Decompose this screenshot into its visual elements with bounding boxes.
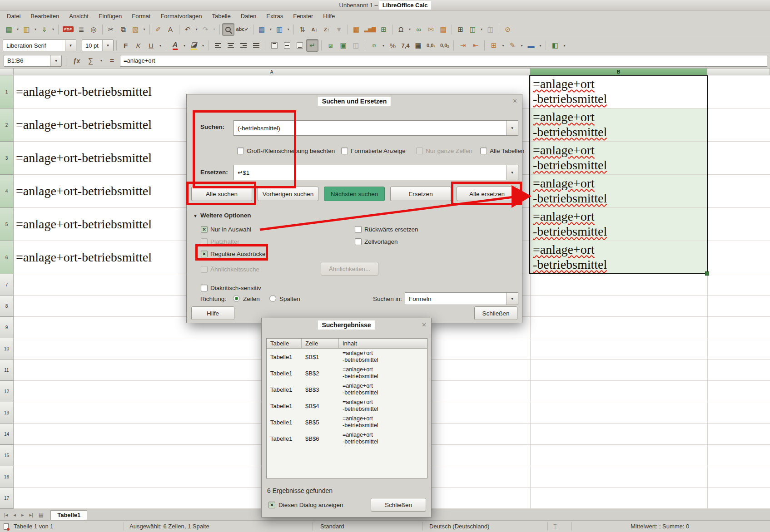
name-box[interactable]: B1:B6 ▾	[4, 55, 62, 67]
result-cell-ref[interactable]: $B$4	[302, 398, 339, 414]
menu-daten[interactable]: Daten	[236, 12, 262, 20]
align-right-icon[interactable]	[237, 39, 249, 52]
more-options-label[interactable]: Weitere Optionen	[200, 212, 251, 219]
result-cell-ref[interactable]: $B$1	[302, 349, 339, 365]
header-footer-icon[interactable]: ▤	[437, 23, 449, 36]
border-color-icon[interactable]: ▬	[525, 39, 537, 52]
find-replace-icon[interactable]	[222, 23, 234, 36]
insert-comment-icon[interactable]: ✉	[425, 23, 437, 36]
chevron-down-icon[interactable]: ▾	[479, 23, 484, 36]
center-vertically-icon[interactable]	[281, 39, 293, 52]
formula-input[interactable]: =anlage+ort	[120, 55, 767, 67]
result-cell-table[interactable]: Tabelle1	[267, 365, 302, 381]
close-icon[interactable]: ✕	[512, 98, 517, 104]
result-cell-table[interactable]: Tabelle1	[267, 381, 302, 398]
cell-B4[interactable]: =anlage+ort -betriebsmittel	[530, 175, 707, 207]
increase-indent-icon[interactable]: ⇥	[457, 39, 469, 52]
first-sheet-icon[interactable]: |◂	[2, 512, 10, 518]
copy-icon[interactable]: ⧉	[117, 23, 129, 36]
chevron-down-icon[interactable]: ▾	[182, 39, 187, 52]
chevron-down-icon[interactable]: ▾	[500, 39, 506, 52]
menu-fenster[interactable]: Fenster	[288, 12, 318, 20]
currency-format-icon[interactable]: ¤	[368, 39, 380, 52]
search-in-dropdown[interactable]: Formeln ▾	[405, 292, 518, 305]
last-sheet-icon[interactable]: ▸|	[27, 512, 35, 518]
print-icon[interactable]: ≣	[75, 23, 88, 36]
align-top-icon[interactable]	[268, 39, 280, 52]
highlight-color-icon[interactable]: ◪	[188, 39, 200, 52]
chevron-down-icon[interactable]: ▾	[537, 39, 543, 52]
result-cell-table[interactable]: Tabelle1	[267, 430, 302, 447]
expander-icon[interactable]: ▼	[193, 213, 198, 218]
find-all-button[interactable]: Alle suchen	[191, 187, 252, 201]
diacritics-checkbox[interactable]	[201, 285, 208, 291]
menu-datei[interactable]: Datei	[2, 12, 25, 20]
print-preview-icon[interactable]: ◎	[88, 23, 100, 36]
rows-radio[interactable]	[233, 295, 240, 302]
close-icon[interactable]: ✕	[422, 321, 427, 328]
row-header-3[interactable]: 3	[0, 142, 14, 175]
replace-backwards-checkbox[interactable]	[355, 226, 362, 233]
chevron-down-icon[interactable]: ▾	[407, 23, 412, 36]
function-wizard-icon[interactable]: ƒx	[70, 54, 83, 67]
export-pdf-icon[interactable]: PDF	[61, 23, 75, 36]
percent-format-icon[interactable]: %	[387, 39, 399, 52]
hyperlink-icon[interactable]: ∞	[412, 23, 425, 36]
result-cell-content[interactable]: =anlage+ort-betriebsmittel	[339, 365, 427, 381]
chevron-down-icon[interactable]: ▾	[268, 23, 273, 36]
save-icon[interactable]: ⇓	[38, 23, 50, 36]
bold-icon[interactable]: F	[119, 39, 132, 52]
delete-decimal-icon[interactable]: 0,0ₓ	[438, 39, 451, 52]
cell-B3[interactable]: =anlage+ort -betriebsmittel	[530, 142, 707, 174]
cell-B2[interactable]: =anlage+ort -betriebsmittel	[530, 108, 707, 141]
row-header-1[interactable]: 1	[0, 75, 14, 108]
result-cell-table[interactable]: Tabelle1	[267, 414, 302, 430]
statistics-status[interactable]: Mittelwert: ; Summe: 0	[631, 523, 689, 530]
column-header-b[interactable]: B	[530, 69, 707, 75]
border-style-icon[interactable]: ✎	[506, 39, 518, 52]
menu-bearbeiten[interactable]: Bearbeiten	[25, 12, 64, 20]
search-input[interactable]: (-betriebsmittel) ▾	[233, 120, 518, 136]
chevron-down-icon[interactable]: ▾	[506, 293, 518, 305]
row-header-7[interactable]: 7	[0, 274, 14, 296]
replace-input[interactable]: ↵$1 ▾	[233, 165, 518, 180]
column-header-rest[interactable]	[707, 69, 770, 75]
menu-extras[interactable]: Extras	[261, 12, 288, 20]
select-all-corner[interactable]	[0, 69, 14, 75]
help-button[interactable]: Hilfe	[191, 306, 234, 320]
merge-center-cells-icon[interactable]: ▣	[337, 39, 349, 52]
result-cell-content[interactable]: =anlage+ort-betriebsmittel	[339, 381, 427, 398]
chevron-down-icon[interactable]: ▾	[102, 40, 113, 51]
selection-only-checkbox[interactable]	[201, 226, 208, 233]
chevron-down-icon[interactable]: ▾	[33, 23, 38, 36]
autofilter-icon[interactable]: ▼	[333, 23, 345, 36]
results-column-header-content[interactable]: Inhalt	[339, 339, 427, 349]
menu-formatvorlagen[interactable]: Formatvorlagen	[155, 12, 207, 20]
chevron-down-icon[interactable]: ▾	[506, 165, 518, 180]
row-header-13[interactable]: 13	[0, 402, 14, 424]
open-file-icon[interactable]: ▥	[20, 23, 33, 36]
insert-pivot-table-icon[interactable]: ⊞	[378, 23, 390, 36]
merge-cells-icon[interactable]: ⧈	[324, 39, 337, 52]
row-header-11[interactable]: 11	[0, 360, 14, 381]
redo-icon[interactable]: ↷	[199, 23, 212, 36]
clear-formatting-icon[interactable]: A	[164, 23, 177, 36]
chevron-down-icon[interactable]: ▾	[286, 23, 291, 36]
chevron-down-icon[interactable]: ▾	[15, 23, 20, 36]
row-header-6[interactable]: 6	[0, 241, 14, 274]
italic-icon[interactable]: K	[132, 39, 144, 52]
results-close-button[interactable]: Schließen	[371, 498, 426, 512]
insert-row-icon[interactable]: ▤	[256, 23, 268, 36]
sheet-tab-tabelle1[interactable]: Tabelle1	[50, 510, 87, 520]
clone-formatting-icon[interactable]: ✐	[152, 23, 164, 36]
previous-sheet-icon[interactable]: ◂	[11, 512, 18, 518]
result-cell-table[interactable]: Tabelle1	[267, 398, 302, 414]
insert-sheet-icon[interactable]: ▤	[36, 512, 46, 518]
replace-all-button[interactable]: Alle ersetzen	[457, 187, 517, 201]
regex-checkbox[interactable]	[201, 251, 208, 257]
menu-ansicht[interactable]: Ansicht	[64, 12, 94, 20]
cell-styles-checkbox[interactable]	[355, 238, 362, 245]
align-center-icon[interactable]	[224, 39, 237, 52]
row-header-14[interactable]: 14	[0, 424, 14, 445]
menu-hilfe[interactable]: Hilfe	[318, 12, 340, 20]
